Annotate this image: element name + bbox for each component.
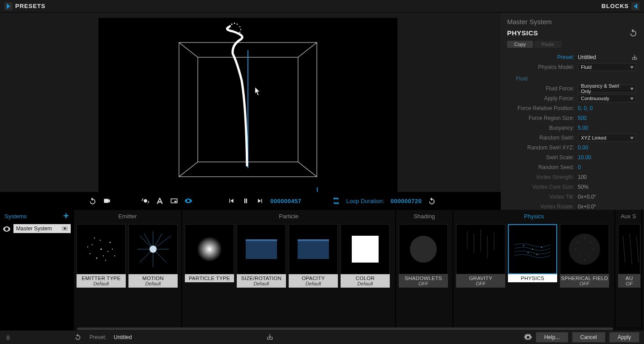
- properties-panel: Master System PHYSICS Copy Paste Preset:…: [501, 13, 644, 210]
- help-button[interactable]: Help...: [536, 332, 568, 343]
- footer-preset-value[interactable]: Untitled: [114, 334, 132, 340]
- footer-save-icon[interactable]: [266, 333, 273, 342]
- preset-value[interactable]: Untitled: [578, 54, 596, 60]
- block-size-rotation[interactable]: SIZE/ROTATIONDefault: [237, 224, 286, 288]
- block-gravity[interactable]: GRAVITYOFF: [456, 224, 505, 288]
- svg-point-63: [577, 242, 578, 243]
- force-rel-pos-value[interactable]: 0, 0, 0: [578, 105, 593, 111]
- preset-label: Preset:: [507, 54, 578, 60]
- vortex-core-label: Vortex Core Size:: [507, 184, 578, 190]
- footer-bar: Preset: Untitled Help... Cancel Apply: [0, 331, 644, 344]
- svg-point-7: [229, 25, 231, 27]
- section-title: PHYSICS: [507, 29, 538, 37]
- motion-blur-icon[interactable]: [141, 197, 149, 205]
- 3d-viewport[interactable]: [98, 18, 397, 196]
- timecode[interactable]: 000000457: [270, 198, 302, 204]
- pause-icon[interactable]: [242, 197, 250, 205]
- presets-toggle[interactable]: PRESETS: [0, 2, 46, 10]
- svg-rect-42: [246, 239, 277, 259]
- vortex-tilt-value: 0x+0.0°: [578, 194, 596, 200]
- random-swirl-label: Random Swirl:: [507, 135, 578, 141]
- svg-point-21: [96, 258, 98, 259]
- cancel-button[interactable]: Cancel: [572, 332, 606, 343]
- fluid-force-dropdown[interactable]: Buoyancy & Swirl Only: [578, 85, 636, 93]
- swirl-scale-value[interactable]: 10.00: [578, 154, 591, 161]
- chevron-right-icon[interactable]: [4, 2, 13, 10]
- random-seed-value[interactable]: 0: [578, 164, 581, 170]
- reset-section-icon[interactable]: [629, 28, 638, 37]
- svg-point-66: [593, 249, 594, 250]
- category-particle: Particle: [182, 210, 395, 222]
- svg-point-58: [541, 247, 542, 248]
- svg-rect-43: [246, 239, 277, 241]
- svg-rect-45: [298, 239, 329, 241]
- svg-point-27: [94, 238, 95, 238]
- skip-end-icon[interactable]: [256, 197, 264, 205]
- buoyancy-label: Buoyancy:: [507, 125, 578, 131]
- paste-button: Paste: [534, 41, 561, 48]
- text-icon[interactable]: [156, 197, 164, 205]
- apply-force-dropdown[interactable]: Continuously: [578, 94, 636, 102]
- loop-icon[interactable]: [332, 197, 340, 205]
- copy-button[interactable]: Copy: [507, 41, 533, 48]
- svg-line-70: [623, 236, 625, 263]
- system-selector[interactable]: Master System ▼: [13, 224, 71, 233]
- camera-icon[interactable]: [103, 197, 111, 205]
- vortex-strength-label: Vortex Strength:: [507, 174, 578, 180]
- svg-point-65: [575, 249, 576, 250]
- visibility-toggle-icon[interactable]: [3, 225, 11, 232]
- force-region-value[interactable]: 500: [578, 115, 587, 121]
- svg-line-72: [636, 236, 639, 263]
- svg-line-5: [298, 162, 317, 177]
- category-aux: Aux S: [615, 210, 641, 222]
- presets-label: PRESETS: [15, 3, 46, 9]
- svg-rect-44: [298, 239, 329, 259]
- svg-point-50: [418, 251, 428, 261]
- block-strip: Systems + Master System ▼ Emitter EMITTE…: [0, 210, 644, 331]
- footer-reset-icon[interactable]: [74, 333, 81, 342]
- vortex-strength-value: 100: [578, 174, 587, 180]
- random-swirl-xyz-value[interactable]: 0.00: [578, 144, 588, 151]
- block-color[interactable]: COLORDefault: [341, 224, 390, 288]
- svg-point-18: [92, 244, 93, 245]
- swirl-scale-label: Swirl Scale:: [507, 154, 578, 161]
- svg-point-60: [537, 254, 537, 255]
- frame-icon[interactable]: [170, 197, 178, 205]
- save-preset-icon[interactable]: [631, 54, 638, 60]
- block-motion[interactable]: MOTIONDefault: [128, 224, 178, 288]
- svg-point-48: [411, 239, 422, 250]
- reset-icon[interactable]: [89, 197, 97, 205]
- block-physics[interactable]: PHYSICS: [508, 224, 557, 288]
- physics-model-dropdown[interactable]: Fluid: [578, 63, 636, 71]
- svg-point-67: [580, 255, 580, 256]
- block-shadowlets[interactable]: SHADOWLETSOFF: [399, 224, 448, 288]
- block-spherical-field[interactable]: SPHERICAL FIELDOFF: [560, 224, 609, 288]
- visibility-icon[interactable]: [184, 197, 192, 205]
- apply-button[interactable]: Apply: [609, 332, 640, 343]
- scrollbar-thumb[interactable]: [77, 327, 613, 330]
- block-aux[interactable]: AUOF: [618, 224, 640, 288]
- vortex-rotate-label: Vortex Rotate:: [507, 204, 578, 210]
- blocks-toggle[interactable]: BLOCKS: [601, 2, 644, 10]
- random-swirl-dropdown[interactable]: XYZ Linked: [578, 134, 636, 142]
- block-particle-type[interactable]: PARTICLE TYPE: [185, 224, 234, 288]
- gear-icon[interactable]: [524, 333, 532, 341]
- svg-point-23: [90, 253, 90, 254]
- svg-point-14: [144, 199, 147, 203]
- reset-loop-icon[interactable]: [428, 197, 436, 205]
- svg-point-62: [584, 238, 585, 238]
- chevron-down-icon: ▼: [62, 226, 68, 231]
- chevron-left-icon[interactable]: [631, 2, 640, 10]
- buoyancy-value[interactable]: 5.00: [578, 125, 588, 131]
- svg-point-26: [105, 260, 106, 261]
- svg-point-41: [197, 237, 222, 262]
- trash-icon[interactable]: [4, 334, 12, 341]
- loop-duration-value[interactable]: 000000720: [391, 198, 422, 204]
- block-opacity[interactable]: OPACITYDefault: [289, 224, 338, 288]
- horizontal-scrollbar[interactable]: [77, 327, 641, 331]
- svg-point-28: [114, 255, 115, 256]
- skip-start-icon[interactable]: [227, 197, 235, 205]
- top-bar: PRESETS BLOCKS: [0, 0, 644, 13]
- add-system-button[interactable]: +: [63, 210, 69, 222]
- block-emitter-type[interactable]: EMITTER TYPEDefault: [77, 224, 126, 288]
